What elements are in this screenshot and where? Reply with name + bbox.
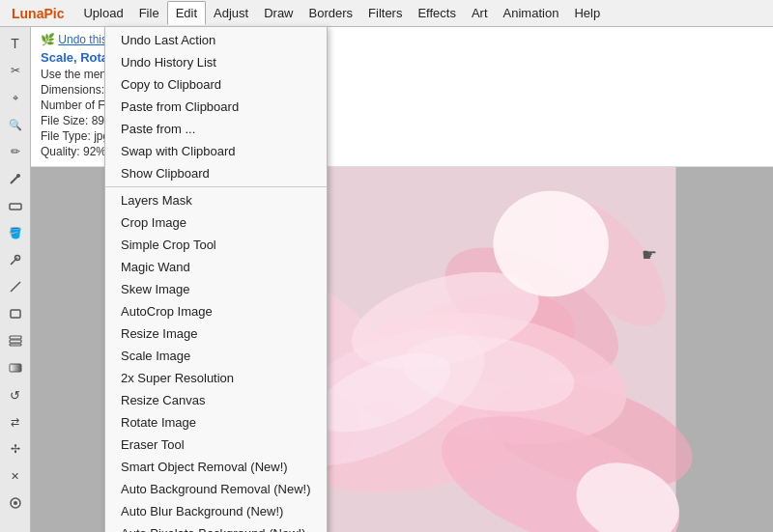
menu-item-rotate-image[interactable]: Rotate Image — [105, 411, 327, 434]
tool-eraser[interactable] — [3, 193, 28, 218]
menu-item-paste-clipboard[interactable]: Paste from Clipboard — [105, 96, 327, 118]
close-icon: ✕ — [11, 470, 19, 483]
menu-item-layers-mask[interactable]: Layers Mask — [105, 189, 327, 211]
menu-item-autocrop[interactable]: AutoCrop Image — [105, 300, 327, 322]
scissors-icon: ✂ — [11, 64, 20, 77]
menu-item-crop-image[interactable]: Crop Image — [105, 211, 327, 234]
svg-rect-9 — [10, 340, 21, 343]
rotate-icon: ↺ — [10, 388, 20, 403]
svg-point-28 — [494, 191, 609, 296]
tool-zoom[interactable]: 🔍 — [3, 112, 28, 137]
pencil-icon: ✏ — [11, 145, 20, 158]
menu-item-eraser-tool[interactable]: Eraser Tool — [105, 434, 327, 456]
menu-item-simple-crop[interactable]: Simple Crop Tool — [105, 234, 327, 256]
menu-item-auto-blur[interactable]: Auto Blur Background (New!) — [105, 500, 327, 522]
line-icon — [9, 280, 22, 294]
menu-help[interactable]: Help — [566, 2, 608, 24]
tool-brush[interactable] — [3, 166, 28, 191]
svg-rect-7 — [11, 310, 20, 318]
separator-1 — [105, 186, 327, 187]
svg-point-1 — [16, 174, 20, 178]
gradient-icon — [9, 361, 22, 375]
eyedropper-icon — [9, 253, 22, 266]
app-logo: LunaPic — [4, 6, 72, 21]
svg-rect-8 — [10, 336, 21, 339]
menu-animation[interactable]: Animation — [496, 2, 567, 24]
svg-rect-11 — [10, 364, 21, 372]
paint-bucket-icon: 🪣 — [9, 227, 22, 239]
menu-adjust[interactable]: Adjust — [206, 2, 256, 24]
menu-item-scale-image[interactable]: Scale Image — [105, 345, 327, 367]
left-toolbar: T ✂ ⌖ 🔍 ✏ 🪣 — [0, 27, 31, 532]
menu-item-swap-clipboard[interactable]: Swap with Clipboard — [105, 140, 327, 162]
svg-line-5 — [11, 263, 13, 265]
text-icon: T — [11, 36, 19, 51]
menu-item-copy-clipboard[interactable]: Copy to Clipboard — [105, 73, 327, 96]
tool-close[interactable]: ✕ — [3, 463, 28, 489]
menu-upload[interactable]: Upload — [75, 2, 130, 24]
tool-pencil[interactable]: ✏ — [3, 139, 28, 164]
menu-effects[interactable]: Effects — [410, 2, 464, 24]
shape-icon — [9, 307, 22, 321]
menu-item-resize-canvas[interactable]: Resize Canvas — [105, 389, 327, 411]
tool-rotate[interactable]: ↺ — [3, 382, 28, 407]
menu-item-super-resolution[interactable]: 2x Super Resolution — [105, 367, 327, 389]
menu-filters[interactable]: Filters — [360, 2, 410, 24]
menu-borders[interactable]: Borders — [301, 2, 361, 24]
menu-bar: LunaPic Upload File Edit Adjust Draw Bor… — [0, 0, 773, 27]
filetype-label: File Type: jpg — [41, 129, 112, 143]
svg-line-6 — [11, 282, 20, 292]
zoom-icon: 🔍 — [9, 119, 22, 131]
tool-move[interactable]: ✢ — [3, 436, 28, 462]
menu-item-auto-pixelate[interactable]: Auto Pixelate Background (New!) — [105, 522, 327, 532]
menu-item-smart-object[interactable]: Smart Object Removal (New!) — [105, 456, 327, 478]
tool-layers[interactable] — [3, 328, 28, 353]
menu-item-undo-history[interactable]: Undo History List — [105, 51, 327, 73]
menu-item-paste-from[interactable]: Paste from ... — [105, 118, 327, 140]
quality-label: Quality: 92% — [41, 145, 109, 158]
menu-item-resize-image[interactable]: Resize Image — [105, 322, 327, 345]
adjust-icon — [9, 496, 22, 510]
tool-flip[interactable]: ⇄ — [3, 409, 28, 434]
menu-item-auto-background[interactable]: Auto Background Removal (New!) — [105, 478, 327, 500]
layers-icon — [9, 334, 22, 348]
menu-item-undo-last[interactable]: Undo Last Action — [105, 29, 327, 51]
brush-icon — [9, 172, 22, 185]
menu-art[interactable]: Art — [464, 2, 496, 24]
menu-file[interactable]: File — [131, 2, 167, 24]
move-icon: ✢ — [11, 442, 20, 456]
tool-text[interactable]: T — [3, 31, 28, 56]
tool-eyedropper[interactable] — [3, 247, 28, 272]
tool-shape[interactable] — [3, 301, 28, 326]
tool-line[interactable] — [3, 274, 28, 299]
lasso-icon: ⌖ — [13, 92, 18, 104]
edit-dropdown: Undo Last Action Undo History List Copy … — [104, 26, 328, 532]
tool-paint-bucket[interactable]: 🪣 — [3, 220, 28, 245]
svg-point-13 — [14, 501, 17, 505]
tool-lasso[interactable]: ⌖ — [3, 85, 28, 110]
tool-scissors[interactable]: ✂ — [3, 58, 28, 83]
eraser-icon — [9, 199, 22, 212]
menu-item-show-clipboard[interactable]: Show Clipboard — [105, 162, 327, 184]
tool-gradient[interactable] — [3, 355, 28, 380]
flip-icon: ⇄ — [11, 416, 19, 429]
menu-item-magic-wand[interactable]: Magic Wand — [105, 256, 327, 278]
menu-edit[interactable]: Edit — [167, 1, 206, 25]
tool-adjust2[interactable] — [3, 490, 28, 516]
menu-item-skew-image[interactable]: Skew Image — [105, 278, 327, 300]
svg-rect-2 — [10, 204, 21, 210]
svg-rect-10 — [10, 344, 21, 346]
menu-draw[interactable]: Draw — [256, 2, 301, 24]
